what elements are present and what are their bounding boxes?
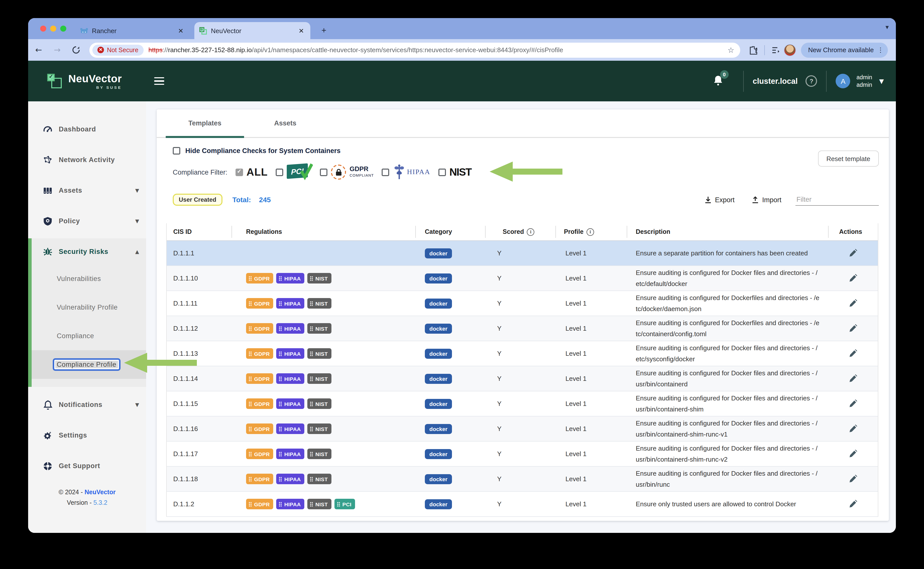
forward-button[interactable]: → (51, 43, 64, 56)
sidebar-subitem-label[interactable]: Compliance Profile (53, 358, 120, 371)
table-row[interactable]: D.1.1.14 GDPRHIPAANIST docker Y Level 1 … (167, 366, 878, 391)
user-avatar[interactable]: A (836, 74, 851, 88)
table-row[interactable]: D.1.1.1 docker Y Level 1 Ensure a separa… (167, 241, 878, 266)
help-icon[interactable]: ? (806, 75, 817, 87)
column-header-description[interactable]: Description (627, 223, 828, 240)
tabstrip-chevron-down-icon[interactable]: ▼ (884, 24, 890, 30)
filter-pci-checkbox[interactable] (276, 168, 283, 176)
sidebar-item-assets[interactable]: Assets ▼ (28, 175, 146, 206)
sidebar-item-vulnerabilities[interactable]: Vulnerabilities (28, 265, 146, 293)
reload-button[interactable] (69, 43, 82, 56)
sidebar-item-dashboard[interactable]: Dashboard (28, 114, 146, 145)
row-category: docker (415, 391, 485, 416)
neuvector-logo[interactable]: NeuVector BY SUSE (47, 73, 122, 90)
table-row[interactable]: D.1.1.12 GDPRHIPAANIST docker Y Level 1 … (167, 316, 878, 341)
browser-profile-avatar[interactable] (784, 44, 796, 56)
info-icon[interactable]: i (527, 228, 535, 236)
lock-icon (335, 168, 342, 176)
browser-tab-neuvector[interactable]: NeuVector ✕ (194, 22, 310, 39)
category-chip: docker (425, 273, 452, 283)
back-button[interactable]: ← (32, 43, 45, 56)
assets-icon (42, 186, 53, 195)
column-header-regulations[interactable]: Regulations (232, 223, 415, 240)
reset-template-button[interactable]: Reset template (818, 151, 879, 167)
column-header-scored[interactable]: Scoredi (485, 223, 555, 240)
table-row[interactable]: D.1.1.17 GDPRHIPAANIST docker Y Level 1 … (167, 441, 878, 467)
edit-pencil-icon[interactable] (849, 274, 857, 283)
user-menu-chevron-down-icon[interactable]: ▼ (879, 78, 884, 85)
sidebar-item-compliance-profile[interactable]: Compliance Profile (28, 350, 146, 379)
table-row[interactable]: D.1.1.13 GDPRHIPAANIST docker Y Level 1 … (167, 341, 878, 366)
regulation-badge-gdpr: GDPR (246, 474, 273, 484)
column-header-category[interactable]: Category (415, 223, 485, 240)
table-row[interactable]: D.1.1.16 GDPRHIPAANIST docker Y Level 1 … (167, 417, 878, 441)
tab-close-icon[interactable]: ✕ (177, 27, 185, 34)
hide-compliance-label: Hide Compliance Checks for System Contai… (185, 147, 340, 154)
row-profile: Level 1 (555, 316, 627, 341)
side-panel-icon[interactable] (772, 46, 781, 55)
sidebar-item-notifications[interactable]: Notifications ▼ (28, 389, 146, 420)
mac-close-button[interactable] (40, 26, 46, 32)
column-header-cis-id[interactable]: CIS ID (167, 223, 232, 240)
notification-bell[interactable]: 0 (713, 75, 723, 88)
category-chip: docker (425, 248, 452, 258)
column-header-profile[interactable]: Profilei (555, 223, 627, 240)
row-description: Ensure auditing is configured for Docker… (627, 341, 828, 366)
export-button[interactable]: Export (704, 196, 735, 204)
table-row[interactable]: D.1.1.2 GDPRHIPAANISTPCI docker Y Level … (167, 492, 878, 517)
sidebar-item-security-risks[interactable]: Security Risks ▲ (28, 238, 146, 265)
version-link[interactable]: 5.3.2 (93, 499, 107, 506)
row-description: Ensure auditing is configured for Docker… (627, 391, 828, 416)
edit-pencil-icon[interactable] (849, 324, 857, 333)
browser-menu-kebab-icon[interactable]: ⋮ (877, 46, 884, 54)
url-bar[interactable]: ✕ Not Secure https://rancher.35-227-152-… (89, 43, 740, 58)
mac-minimize-button[interactable] (50, 26, 56, 32)
sidebar-item-compliance[interactable]: Compliance (28, 322, 146, 350)
edit-pencil-icon[interactable] (849, 475, 857, 483)
edit-pencil-icon[interactable] (849, 399, 857, 408)
row-regs: GDPRHIPAANIST (232, 467, 415, 491)
edit-pencil-icon[interactable] (849, 299, 857, 307)
table-filter-input[interactable] (796, 194, 879, 206)
import-button[interactable]: Import (752, 196, 781, 204)
mac-maximize-button[interactable] (60, 26, 66, 32)
edit-pencil-icon[interactable] (849, 249, 857, 257)
edit-pencil-icon[interactable] (849, 349, 857, 358)
extensions-puzzle-icon[interactable] (749, 46, 758, 55)
table-row[interactable]: D.1.1.10 GDPRHIPAANIST docker Y Level 1 … (167, 266, 878, 291)
edit-pencil-icon[interactable] (849, 450, 857, 458)
url-text[interactable]: https://rancher.35-227-152-88.nip.io/api… (148, 46, 721, 54)
browser-tab-rancher[interactable]: Rancher ✕ (75, 22, 190, 39)
sidebar-toggle-hamburger-icon[interactable] (154, 77, 164, 85)
tab-assets[interactable]: Assets (255, 110, 316, 137)
regulation-badge-nist: NIST (307, 449, 331, 459)
cluster-name[interactable]: cluster.local (753, 76, 798, 85)
sidebar-item-get-support[interactable]: Get Support (28, 450, 146, 481)
table-row[interactable]: D.1.1.11 GDPRHIPAANIST docker Y Level 1 … (167, 291, 878, 316)
table-row[interactable]: D.1.1.18 GDPRHIPAANIST docker Y Level 1 … (167, 467, 878, 492)
sidebar-item-vulnerability-profile[interactable]: Vulnerability Profile (28, 293, 146, 322)
regulation-badge-nist: NIST (307, 423, 331, 434)
edit-pencil-icon[interactable] (849, 424, 857, 433)
sidebar-item-policy[interactable]: Policy ▼ (28, 206, 146, 236)
filter-gdpr-checkbox[interactable] (320, 168, 328, 176)
tab-templates[interactable]: Templates (166, 110, 244, 137)
chrome-update-pill[interactable]: New Chrome available ⋮ (801, 43, 888, 58)
mac-window-controls[interactable] (40, 26, 66, 32)
sidebar-item-network-activity[interactable]: Network Activity (28, 145, 146, 175)
footer-brand-link[interactable]: NeuVector (85, 489, 116, 496)
filter-hipaa-checkbox[interactable] (382, 168, 389, 176)
edit-pencil-icon[interactable] (849, 500, 857, 508)
new-tab-button[interactable]: + (319, 26, 329, 36)
hide-compliance-checkbox[interactable] (173, 147, 180, 154)
tab-close-icon[interactable]: ✕ (297, 27, 305, 34)
sidebar-item-settings[interactable]: Settings (28, 420, 146, 450)
filter-nist-checkbox[interactable] (438, 168, 446, 176)
table-row[interactable]: D.1.1.15 GDPRHIPAANIST docker Y Level 1 … (167, 391, 878, 417)
bookmark-star-icon[interactable]: ☆ (728, 46, 735, 55)
category-chip: docker (425, 298, 452, 308)
filter-all-checkbox[interactable] (236, 168, 243, 176)
edit-pencil-icon[interactable] (849, 374, 857, 383)
info-icon[interactable]: i (587, 228, 594, 236)
not-secure-chip[interactable]: ✕ Not Secure (92, 44, 143, 55)
